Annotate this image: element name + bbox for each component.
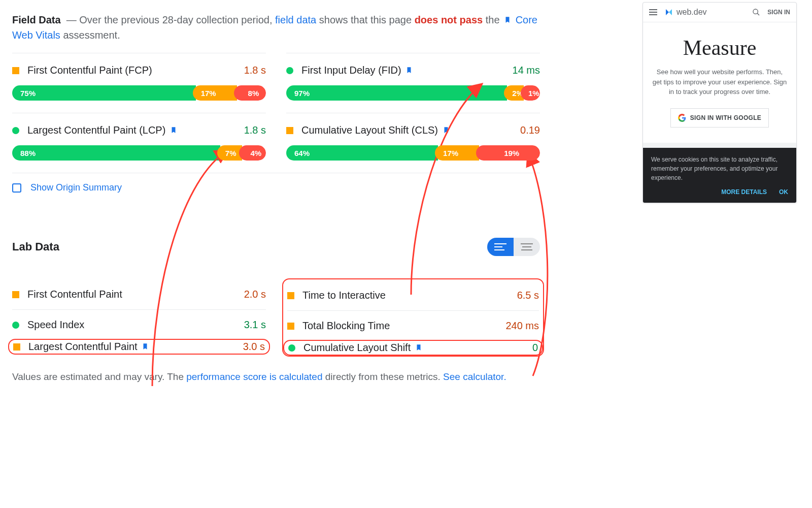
show-origin-summary[interactable]: Show Origin Summary (12, 173, 540, 202)
metric-fid-name: First Input Delay (FID) (301, 65, 513, 76)
see-calculator-link[interactable]: See calculator. (443, 371, 506, 382)
status-dot-icon (12, 127, 19, 134)
metric-lcp-value: 1.8 s (244, 124, 266, 136)
phone-preview: web.dev SIGN IN Measure See how well you… (642, 2, 797, 203)
field-data-title: Field Data (12, 14, 61, 25)
status-square-icon (13, 343, 20, 351)
google-icon (678, 114, 686, 122)
metric-lcp-name: Largest Contentful Paint (LCP) (27, 124, 244, 136)
lab-si: Speed Index 3.1 s (12, 309, 266, 340)
bookmark-icon (142, 343, 149, 351)
metric-fcp: First Contentful Paint (FCP) 1.8 s 75% 1… (12, 53, 266, 113)
lab-tti: Time to Interactive 6.5 s (287, 280, 539, 310)
view-toggle-compact[interactable] (514, 238, 540, 256)
bookmark-icon (170, 126, 177, 135)
status-dot-icon (288, 344, 295, 352)
svg-point-0 (753, 9, 758, 14)
metric-cls: Cumulative Layout Shift (CLS) 0.19 64% 1… (286, 113, 540, 173)
svg-line-1 (757, 13, 759, 15)
bookmark-icon (443, 126, 450, 135)
signin-link[interactable]: SIGN IN (767, 9, 790, 16)
metric-fcp-name: First Contentful Paint (FCP) (27, 65, 244, 76)
status-square-icon (286, 127, 293, 134)
bookmark-icon (415, 344, 422, 352)
lab-fcp-value: 2.0 s (244, 289, 266, 300)
metric-lcp: Largest Contentful Paint (LCP) 1.8 s 88%… (12, 113, 266, 173)
search-icon[interactable] (752, 8, 760, 16)
status-dot-icon (12, 322, 19, 329)
status-dot-icon (286, 67, 293, 74)
lab-cls: Cumulative Layout Shift 0 (283, 340, 543, 356)
lab-lcp-value: 3.0 s (243, 341, 265, 353)
lab-fcp: First Contentful Paint 2.0 s (12, 279, 266, 309)
pass-status: does not pass (415, 14, 483, 25)
show-origin-label: Show Origin Summary (30, 182, 122, 193)
metric-cls-value: 0.19 (520, 124, 540, 136)
lab-tbt-value: 240 ms (505, 320, 539, 332)
lab-data-title: Lab Data (12, 240, 59, 253)
lab-tbt: Total Blocking Time 240 ms (287, 310, 539, 341)
field-data-link[interactable]: field data (275, 14, 316, 25)
metric-fid-bar: 97% 2% 1% (286, 85, 540, 101)
bookmark-icon (405, 67, 413, 75)
status-square-icon (12, 291, 19, 298)
bookmark-icon (504, 16, 511, 24)
metric-fid: First Input Delay (FID) 14 ms 97% 2% 1% (286, 53, 540, 113)
cookie-banner: We serve cookies on this site to analyze… (643, 148, 796, 203)
status-square-icon (287, 323, 294, 330)
status-square-icon (287, 292, 294, 299)
lab-tti-value: 6.5 s (517, 290, 539, 301)
ok-button[interactable]: OK (779, 187, 788, 197)
lab-si-value: 3.1 s (244, 319, 266, 331)
status-square-icon (12, 67, 19, 74)
metric-fid-value: 14 ms (513, 65, 540, 76)
hamburger-icon[interactable] (649, 9, 657, 15)
lab-lcp: Largest Contentful Paint 3.0 s (8, 339, 270, 355)
signin-google-button[interactable]: SIGN IN WITH GOOGLE (670, 108, 769, 128)
measure-desc: See how well your website performs. Then… (652, 67, 787, 97)
field-data-header: Field Data — Over the previous 28-day co… (12, 12, 540, 43)
metric-fcp-value: 1.8 s (244, 65, 266, 76)
metric-cls-bar: 64% 17% 19% (286, 145, 540, 161)
checkbox-icon[interactable] (12, 183, 21, 193)
lab-footnote: Values are estimated and may vary. The p… (12, 370, 540, 385)
metric-lcp-bar: 88% 7% 4% (12, 145, 266, 161)
measure-heading: Measure (652, 36, 787, 60)
metric-cls-name: Cumulative Layout Shift (CLS) (301, 124, 520, 136)
view-toggle-list[interactable] (487, 238, 514, 256)
webdev-logo[interactable]: web.dev (664, 8, 707, 17)
perf-score-link[interactable]: performance score is calculated (186, 371, 322, 382)
more-details-button[interactable]: MORE DETAILS (721, 187, 767, 197)
lab-cls-value: 0 (532, 342, 538, 354)
metric-fcp-bar: 75% 17% 8% (12, 85, 266, 101)
view-toggle[interactable] (487, 238, 540, 256)
